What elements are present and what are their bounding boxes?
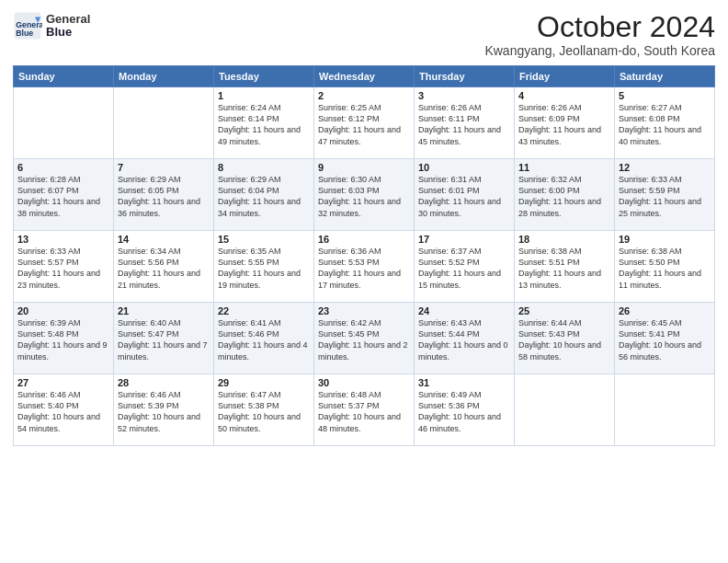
- day-detail-4: Sunrise: 6:26 AM Sunset: 6:09 PM Dayligh…: [518, 102, 610, 147]
- header-row: Sunday Monday Tuesday Wednesday Thursday…: [14, 66, 715, 87]
- cell-w4-d4: 23Sunrise: 6:42 AM Sunset: 5:45 PM Dayli…: [314, 303, 415, 374]
- cell-w5-d4: 30Sunrise: 6:48 AM Sunset: 5:37 PM Dayli…: [314, 374, 415, 446]
- cell-w1-d2: [114, 87, 214, 159]
- day-detail-25: Sunrise: 6:44 AM Sunset: 5:43 PM Dayligh…: [518, 317, 610, 362]
- day-num-31: 31: [418, 377, 510, 388]
- cell-w5-d1: 27Sunrise: 6:46 AM Sunset: 5:40 PM Dayli…: [14, 374, 114, 446]
- day-num-23: 23: [318, 305, 410, 316]
- header: General Blue General Blue October 2024 K…: [13, 11, 715, 58]
- th-monday: Monday: [114, 66, 214, 87]
- day-detail-30: Sunrise: 6:48 AM Sunset: 5:37 PM Dayligh…: [318, 389, 410, 434]
- day-num-26: 26: [619, 305, 711, 316]
- day-num-5: 5: [619, 90, 711, 101]
- cell-w4-d7: 26Sunrise: 6:45 AM Sunset: 5:41 PM Dayli…: [615, 303, 715, 374]
- day-detail-23: Sunrise: 6:42 AM Sunset: 5:45 PM Dayligh…: [318, 317, 410, 362]
- day-num-2: 2: [318, 90, 410, 101]
- day-detail-11: Sunrise: 6:32 AM Sunset: 6:00 PM Dayligh…: [518, 174, 610, 219]
- cell-w3-d3: 15Sunrise: 6:35 AM Sunset: 5:55 PM Dayli…: [214, 231, 314, 303]
- day-num-30: 30: [318, 377, 410, 388]
- cell-w3-d4: 16Sunrise: 6:36 AM Sunset: 5:53 PM Dayli…: [314, 231, 415, 303]
- day-num-25: 25: [518, 305, 610, 316]
- day-detail-18: Sunrise: 6:38 AM Sunset: 5:51 PM Dayligh…: [518, 246, 610, 291]
- week-row-1: 1Sunrise: 6:24 AM Sunset: 6:14 PM Daylig…: [14, 87, 715, 159]
- calendar-header: Sunday Monday Tuesday Wednesday Thursday…: [14, 66, 715, 87]
- cell-w3-d2: 14Sunrise: 6:34 AM Sunset: 5:56 PM Dayli…: [114, 231, 214, 303]
- cell-w2-d1: 6Sunrise: 6:28 AM Sunset: 6:07 PM Daylig…: [14, 159, 114, 231]
- day-num-6: 6: [17, 162, 109, 173]
- cell-w2-d2: 7Sunrise: 6:29 AM Sunset: 6:05 PM Daylig…: [114, 159, 214, 231]
- cell-w3-d1: 13Sunrise: 6:33 AM Sunset: 5:57 PM Dayli…: [14, 231, 114, 303]
- cell-w4-d2: 21Sunrise: 6:40 AM Sunset: 5:47 PM Dayli…: [114, 303, 214, 374]
- day-num-4: 4: [518, 90, 610, 101]
- day-detail-20: Sunrise: 6:39 AM Sunset: 5:48 PM Dayligh…: [17, 317, 109, 362]
- location: Kwangyang, Jeollanam-do, South Korea: [484, 43, 715, 58]
- logo-icon: General Blue: [13, 11, 42, 40]
- day-detail-15: Sunrise: 6:35 AM Sunset: 5:55 PM Dayligh…: [218, 246, 310, 291]
- day-detail-16: Sunrise: 6:36 AM Sunset: 5:53 PM Dayligh…: [318, 246, 410, 291]
- page-container: General Blue General Blue October 2024 K…: [0, 0, 728, 563]
- cell-w5-d5: 31Sunrise: 6:49 AM Sunset: 5:36 PM Dayli…: [415, 374, 515, 446]
- day-num-9: 9: [318, 162, 410, 173]
- day-detail-6: Sunrise: 6:28 AM Sunset: 6:07 PM Dayligh…: [17, 174, 109, 219]
- cell-w5-d2: 28Sunrise: 6:46 AM Sunset: 5:39 PM Dayli…: [114, 374, 214, 446]
- day-detail-5: Sunrise: 6:27 AM Sunset: 6:08 PM Dayligh…: [619, 102, 711, 147]
- th-sunday: Sunday: [14, 66, 114, 87]
- day-num-8: 8: [218, 162, 310, 173]
- week-row-2: 6Sunrise: 6:28 AM Sunset: 6:07 PM Daylig…: [14, 159, 715, 231]
- day-detail-8: Sunrise: 6:29 AM Sunset: 6:04 PM Dayligh…: [218, 174, 310, 219]
- day-detail-19: Sunrise: 6:38 AM Sunset: 5:50 PM Dayligh…: [619, 246, 711, 291]
- day-detail-2: Sunrise: 6:25 AM Sunset: 6:12 PM Dayligh…: [318, 102, 410, 147]
- cell-w1-d4: 2Sunrise: 6:25 AM Sunset: 6:12 PM Daylig…: [314, 87, 415, 159]
- th-thursday: Thursday: [415, 66, 515, 87]
- week-row-4: 20Sunrise: 6:39 AM Sunset: 5:48 PM Dayli…: [14, 303, 715, 374]
- cell-w5-d6: [515, 374, 615, 446]
- day-num-17: 17: [418, 234, 510, 245]
- day-num-28: 28: [118, 377, 210, 388]
- week-row-5: 27Sunrise: 6:46 AM Sunset: 5:40 PM Dayli…: [14, 374, 715, 446]
- day-num-22: 22: [218, 305, 310, 316]
- day-num-7: 7: [118, 162, 210, 173]
- day-detail-27: Sunrise: 6:46 AM Sunset: 5:40 PM Dayligh…: [17, 389, 109, 434]
- day-detail-21: Sunrise: 6:40 AM Sunset: 5:47 PM Dayligh…: [118, 317, 210, 362]
- day-num-21: 21: [118, 305, 210, 316]
- cell-w4-d6: 25Sunrise: 6:44 AM Sunset: 5:43 PM Dayli…: [515, 303, 615, 374]
- day-num-19: 19: [619, 234, 711, 245]
- month-title: October 2024: [484, 11, 715, 43]
- day-num-14: 14: [118, 234, 210, 245]
- day-num-15: 15: [218, 234, 310, 245]
- cell-w3-d5: 17Sunrise: 6:37 AM Sunset: 5:52 PM Dayli…: [415, 231, 515, 303]
- calendar-body: 1Sunrise: 6:24 AM Sunset: 6:14 PM Daylig…: [14, 87, 715, 446]
- day-num-16: 16: [318, 234, 410, 245]
- cell-w1-d7: 5Sunrise: 6:27 AM Sunset: 6:08 PM Daylig…: [615, 87, 715, 159]
- calendar-table: Sunday Monday Tuesday Wednesday Thursday…: [13, 65, 715, 446]
- cell-w1-d5: 3Sunrise: 6:26 AM Sunset: 6:11 PM Daylig…: [415, 87, 515, 159]
- day-detail-29: Sunrise: 6:47 AM Sunset: 5:38 PM Dayligh…: [218, 389, 310, 434]
- day-detail-10: Sunrise: 6:31 AM Sunset: 6:01 PM Dayligh…: [418, 174, 510, 219]
- day-num-11: 11: [518, 162, 610, 173]
- day-num-24: 24: [418, 305, 510, 316]
- day-detail-17: Sunrise: 6:37 AM Sunset: 5:52 PM Dayligh…: [418, 246, 510, 291]
- day-num-1: 1: [218, 90, 310, 101]
- cell-w3-d7: 19Sunrise: 6:38 AM Sunset: 5:50 PM Dayli…: [615, 231, 715, 303]
- day-num-3: 3: [418, 90, 510, 101]
- cell-w2-d5: 10Sunrise: 6:31 AM Sunset: 6:01 PM Dayli…: [415, 159, 515, 231]
- logo-line2: Blue: [46, 26, 90, 39]
- day-detail-13: Sunrise: 6:33 AM Sunset: 5:57 PM Dayligh…: [17, 246, 109, 291]
- cell-w2-d7: 12Sunrise: 6:33 AM Sunset: 5:59 PM Dayli…: [615, 159, 715, 231]
- cell-w5-d7: [615, 374, 715, 446]
- th-saturday: Saturday: [615, 66, 715, 87]
- cell-w1-d3: 1Sunrise: 6:24 AM Sunset: 6:14 PM Daylig…: [214, 87, 314, 159]
- logo-line1: General: [46, 13, 90, 26]
- day-num-27: 27: [17, 377, 109, 388]
- cell-w4-d5: 24Sunrise: 6:43 AM Sunset: 5:44 PM Dayli…: [415, 303, 515, 374]
- day-detail-26: Sunrise: 6:45 AM Sunset: 5:41 PM Dayligh…: [619, 317, 711, 362]
- th-tuesday: Tuesday: [214, 66, 314, 87]
- day-num-13: 13: [17, 234, 109, 245]
- day-detail-12: Sunrise: 6:33 AM Sunset: 5:59 PM Dayligh…: [619, 174, 711, 219]
- cell-w3-d6: 18Sunrise: 6:38 AM Sunset: 5:51 PM Dayli…: [515, 231, 615, 303]
- th-wednesday: Wednesday: [314, 66, 415, 87]
- day-num-10: 10: [418, 162, 510, 173]
- day-num-20: 20: [17, 305, 109, 316]
- cell-w2-d3: 8Sunrise: 6:29 AM Sunset: 6:04 PM Daylig…: [214, 159, 314, 231]
- day-detail-7: Sunrise: 6:29 AM Sunset: 6:05 PM Dayligh…: [118, 174, 210, 219]
